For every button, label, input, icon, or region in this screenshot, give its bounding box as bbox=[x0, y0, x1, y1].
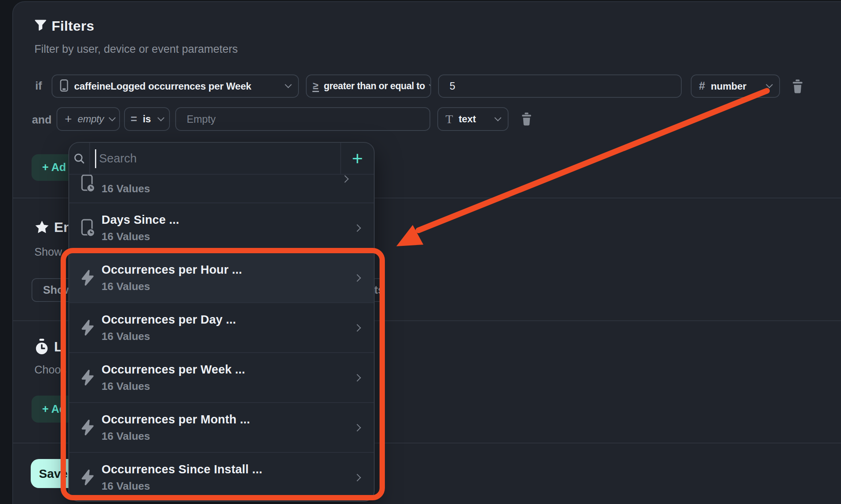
engagement-section-desc: Show bbox=[34, 246, 62, 259]
item-subtitle: 16 Values bbox=[102, 330, 236, 343]
item-subtitle: 16 Values bbox=[102, 380, 245, 393]
phone-icon bbox=[60, 79, 68, 94]
bolt-icon bbox=[79, 319, 96, 336]
screenshot-root: Filters Filter by user, device or event … bbox=[0, 0, 841, 504]
item-title: Days Since ... bbox=[102, 213, 179, 227]
device-clock-icon bbox=[79, 175, 96, 193]
text-type-icon: T bbox=[445, 112, 453, 126]
chevron-down-icon bbox=[109, 114, 115, 121]
text-type-label: text bbox=[459, 113, 476, 125]
operator-dropdown[interactable]: ≥ greater than or equal to bbox=[306, 74, 431, 98]
property-operator-label: is bbox=[143, 113, 151, 125]
chevron-right-icon bbox=[353, 224, 361, 232]
chevron-down-icon bbox=[429, 81, 431, 88]
property-dropdown[interactable]: + empty bbox=[57, 107, 120, 131]
dropdown-item[interactable]: Occurrences per Week ... 16 Values bbox=[69, 352, 374, 402]
property-picker-dropdown: + 16 Values Days Since ... 16 Values Occ… bbox=[68, 142, 375, 502]
chevron-down-icon bbox=[766, 81, 773, 88]
item-subtitle: 16 Values bbox=[102, 182, 150, 195]
operator-label: greater than or equal to bbox=[324, 81, 425, 92]
chevron-right-icon bbox=[353, 274, 361, 281]
limit-section-desc: Choos bbox=[34, 364, 66, 376]
type-dropdown-text[interactable]: T text bbox=[437, 107, 509, 131]
trash-icon bbox=[791, 79, 805, 95]
page-subtitle: Filter by user, device or event paramete… bbox=[34, 43, 238, 56]
item-subtitle: 16 Values bbox=[102, 280, 242, 293]
type-dropdown-number[interactable]: # number bbox=[691, 74, 780, 98]
search-input[interactable] bbox=[90, 143, 340, 174]
bolt-icon bbox=[79, 269, 96, 286]
event-field-label: caffeineLogged occurrences per Week bbox=[74, 81, 251, 92]
chevron-right-icon bbox=[353, 324, 361, 331]
search-row: + bbox=[69, 143, 374, 175]
add-property-button[interactable]: + bbox=[340, 143, 374, 174]
dropdown-item[interactable]: 16 Values bbox=[69, 175, 374, 202]
chevron-right-icon bbox=[353, 474, 361, 481]
funnel-icon bbox=[34, 19, 47, 32]
item-title: Occurrences Since Install ... bbox=[102, 463, 262, 476]
star-icon bbox=[34, 220, 50, 236]
type-label: number bbox=[711, 81, 746, 92]
chevron-down-icon bbox=[158, 114, 165, 121]
bolt-icon bbox=[79, 419, 96, 436]
dropdown-item[interactable]: Occurrences per Hour ... 16 Values bbox=[69, 252, 374, 302]
delete-filter-button[interactable] bbox=[789, 79, 806, 95]
value-input[interactable] bbox=[438, 74, 682, 98]
delete-condition-button[interactable] bbox=[518, 111, 535, 128]
search-icon bbox=[69, 143, 90, 174]
item-title: Occurrences per Day ... bbox=[102, 313, 236, 326]
page-title: Filters bbox=[52, 18, 94, 34]
chevron-down-icon bbox=[285, 81, 292, 88]
property-value-input[interactable] bbox=[175, 107, 430, 131]
chevron-right-icon bbox=[353, 424, 361, 431]
property-label: empty bbox=[78, 113, 104, 125]
chevron-down-icon bbox=[495, 114, 502, 121]
dropdown-item[interactable]: Occurrences per Month ... 16 Values bbox=[69, 402, 374, 452]
property-operator-dropdown[interactable]: = is bbox=[124, 107, 170, 131]
item-title: Occurrences per Hour ... bbox=[102, 263, 242, 277]
limit-section-title: L bbox=[54, 339, 63, 355]
bolt-icon bbox=[79, 469, 96, 486]
condition-prefix-and: and bbox=[32, 114, 52, 126]
greater-equal-icon: ≥ bbox=[312, 80, 319, 92]
event-field-dropdown[interactable]: caffeineLogged occurrences per Week bbox=[52, 74, 299, 98]
chevron-right-icon bbox=[341, 175, 348, 182]
item-title: Occurrences per Week ... bbox=[102, 363, 245, 376]
dropdown-item[interactable]: Occurrences Since Install ... 16 Values bbox=[69, 452, 374, 502]
trash-icon bbox=[520, 112, 533, 127]
chevron-right-icon bbox=[353, 374, 361, 381]
bolt-icon bbox=[79, 369, 96, 386]
item-subtitle: 16 Values bbox=[102, 230, 179, 243]
stopwatch-icon bbox=[34, 339, 49, 357]
plus-icon: + bbox=[65, 113, 72, 125]
item-subtitle: 16 Values bbox=[102, 480, 262, 493]
item-subtitle: 16 Values bbox=[102, 430, 250, 443]
device-clock-icon bbox=[79, 219, 96, 237]
show-events-label-end: ts bbox=[374, 284, 384, 297]
equals-icon: = bbox=[131, 113, 137, 126]
text-caret bbox=[95, 149, 96, 168]
property-list: 16 Values Days Since ... 16 Values Occur… bbox=[69, 175, 374, 502]
number-hash-icon: # bbox=[699, 80, 705, 92]
condition-prefix-if: if bbox=[35, 80, 42, 92]
item-title: Occurrences per Month ... bbox=[102, 413, 250, 426]
dropdown-item[interactable]: Days Since ... 16 Values bbox=[69, 202, 374, 252]
dropdown-item[interactable]: Occurrences per Day ... 16 Values bbox=[69, 302, 374, 352]
